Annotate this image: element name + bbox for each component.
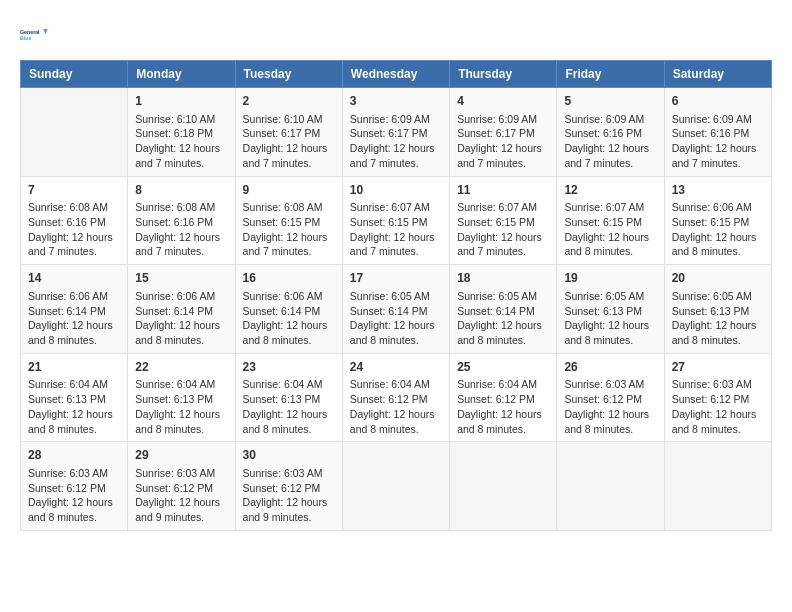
calendar-cell: 21Sunrise: 6:04 AM Sunset: 6:13 PM Dayli…: [21, 353, 128, 442]
calendar-cell: 11Sunrise: 6:07 AM Sunset: 6:15 PM Dayli…: [450, 176, 557, 265]
svg-marker-2: [43, 29, 48, 34]
day-number: 1: [135, 93, 227, 110]
calendar-cell: [557, 442, 664, 531]
day-number: 9: [243, 182, 335, 199]
day-info: Sunrise: 6:05 AM Sunset: 6:13 PM Dayligh…: [564, 289, 656, 348]
day-info: Sunrise: 6:09 AM Sunset: 6:17 PM Dayligh…: [350, 112, 442, 171]
col-header-tuesday: Tuesday: [235, 61, 342, 88]
day-number: 2: [243, 93, 335, 110]
day-number: 14: [28, 270, 120, 287]
day-info: Sunrise: 6:06 AM Sunset: 6:14 PM Dayligh…: [135, 289, 227, 348]
col-header-saturday: Saturday: [664, 61, 771, 88]
day-info: Sunrise: 6:08 AM Sunset: 6:16 PM Dayligh…: [135, 200, 227, 259]
calendar-cell: 19Sunrise: 6:05 AM Sunset: 6:13 PM Dayli…: [557, 265, 664, 354]
day-info: Sunrise: 6:07 AM Sunset: 6:15 PM Dayligh…: [457, 200, 549, 259]
calendar-cell: 29Sunrise: 6:03 AM Sunset: 6:12 PM Dayli…: [128, 442, 235, 531]
day-info: Sunrise: 6:06 AM Sunset: 6:14 PM Dayligh…: [243, 289, 335, 348]
week-row-1: 1Sunrise: 6:10 AM Sunset: 6:18 PM Daylig…: [21, 88, 772, 177]
calendar-cell: 18Sunrise: 6:05 AM Sunset: 6:14 PM Dayli…: [450, 265, 557, 354]
day-number: 21: [28, 359, 120, 376]
day-info: Sunrise: 6:04 AM Sunset: 6:13 PM Dayligh…: [28, 377, 120, 436]
day-number: 22: [135, 359, 227, 376]
header-row: SundayMondayTuesdayWednesdayThursdayFrid…: [21, 61, 772, 88]
day-number: 5: [564, 93, 656, 110]
day-number: 3: [350, 93, 442, 110]
calendar-cell: 22Sunrise: 6:04 AM Sunset: 6:13 PM Dayli…: [128, 353, 235, 442]
day-info: Sunrise: 6:04 AM Sunset: 6:12 PM Dayligh…: [350, 377, 442, 436]
day-info: Sunrise: 6:03 AM Sunset: 6:12 PM Dayligh…: [672, 377, 764, 436]
day-number: 30: [243, 447, 335, 464]
day-number: 24: [350, 359, 442, 376]
day-number: 26: [564, 359, 656, 376]
col-header-thursday: Thursday: [450, 61, 557, 88]
calendar-cell: 3Sunrise: 6:09 AM Sunset: 6:17 PM Daylig…: [342, 88, 449, 177]
day-number: 15: [135, 270, 227, 287]
calendar-cell: [450, 442, 557, 531]
calendar-cell: 2Sunrise: 6:10 AM Sunset: 6:17 PM Daylig…: [235, 88, 342, 177]
day-info: Sunrise: 6:04 AM Sunset: 6:13 PM Dayligh…: [243, 377, 335, 436]
calendar-cell: 24Sunrise: 6:04 AM Sunset: 6:12 PM Dayli…: [342, 353, 449, 442]
day-number: 18: [457, 270, 549, 287]
day-number: 7: [28, 182, 120, 199]
day-number: 16: [243, 270, 335, 287]
svg-text:Blue: Blue: [20, 35, 31, 41]
day-number: 23: [243, 359, 335, 376]
calendar-cell: 15Sunrise: 6:06 AM Sunset: 6:14 PM Dayli…: [128, 265, 235, 354]
day-number: 20: [672, 270, 764, 287]
calendar-cell: [21, 88, 128, 177]
day-info: Sunrise: 6:09 AM Sunset: 6:16 PM Dayligh…: [564, 112, 656, 171]
day-info: Sunrise: 6:10 AM Sunset: 6:17 PM Dayligh…: [243, 112, 335, 171]
day-info: Sunrise: 6:03 AM Sunset: 6:12 PM Dayligh…: [564, 377, 656, 436]
calendar-cell: 20Sunrise: 6:05 AM Sunset: 6:13 PM Dayli…: [664, 265, 771, 354]
day-number: 12: [564, 182, 656, 199]
logo: GeneralBlue: [20, 20, 50, 50]
calendar-cell: 5Sunrise: 6:09 AM Sunset: 6:16 PM Daylig…: [557, 88, 664, 177]
day-info: Sunrise: 6:04 AM Sunset: 6:12 PM Dayligh…: [457, 377, 549, 436]
week-row-5: 28Sunrise: 6:03 AM Sunset: 6:12 PM Dayli…: [21, 442, 772, 531]
day-info: Sunrise: 6:06 AM Sunset: 6:14 PM Dayligh…: [28, 289, 120, 348]
day-info: Sunrise: 6:05 AM Sunset: 6:14 PM Dayligh…: [457, 289, 549, 348]
svg-text:General: General: [20, 29, 40, 35]
calendar-cell: 23Sunrise: 6:04 AM Sunset: 6:13 PM Dayli…: [235, 353, 342, 442]
day-info: Sunrise: 6:03 AM Sunset: 6:12 PM Dayligh…: [28, 466, 120, 525]
day-info: Sunrise: 6:09 AM Sunset: 6:16 PM Dayligh…: [672, 112, 764, 171]
day-number: 28: [28, 447, 120, 464]
week-row-3: 14Sunrise: 6:06 AM Sunset: 6:14 PM Dayli…: [21, 265, 772, 354]
day-number: 8: [135, 182, 227, 199]
calendar-cell: 6Sunrise: 6:09 AM Sunset: 6:16 PM Daylig…: [664, 88, 771, 177]
calendar-cell: 13Sunrise: 6:06 AM Sunset: 6:15 PM Dayli…: [664, 176, 771, 265]
calendar-cell: 30Sunrise: 6:03 AM Sunset: 6:12 PM Dayli…: [235, 442, 342, 531]
calendar-body: 1Sunrise: 6:10 AM Sunset: 6:18 PM Daylig…: [21, 88, 772, 531]
day-info: Sunrise: 6:09 AM Sunset: 6:17 PM Dayligh…: [457, 112, 549, 171]
calendar-cell: 25Sunrise: 6:04 AM Sunset: 6:12 PM Dayli…: [450, 353, 557, 442]
calendar-cell: [342, 442, 449, 531]
calendar-cell: 8Sunrise: 6:08 AM Sunset: 6:16 PM Daylig…: [128, 176, 235, 265]
calendar-cell: 16Sunrise: 6:06 AM Sunset: 6:14 PM Dayli…: [235, 265, 342, 354]
calendar-header: SundayMondayTuesdayWednesdayThursdayFrid…: [21, 61, 772, 88]
day-info: Sunrise: 6:08 AM Sunset: 6:16 PM Dayligh…: [28, 200, 120, 259]
calendar-cell: 27Sunrise: 6:03 AM Sunset: 6:12 PM Dayli…: [664, 353, 771, 442]
day-info: Sunrise: 6:03 AM Sunset: 6:12 PM Dayligh…: [135, 466, 227, 525]
col-header-sunday: Sunday: [21, 61, 128, 88]
calendar-cell: 14Sunrise: 6:06 AM Sunset: 6:14 PM Dayli…: [21, 265, 128, 354]
day-number: 27: [672, 359, 764, 376]
day-info: Sunrise: 6:06 AM Sunset: 6:15 PM Dayligh…: [672, 200, 764, 259]
day-info: Sunrise: 6:10 AM Sunset: 6:18 PM Dayligh…: [135, 112, 227, 171]
day-info: Sunrise: 6:04 AM Sunset: 6:13 PM Dayligh…: [135, 377, 227, 436]
logo-icon: GeneralBlue: [20, 20, 50, 50]
calendar-cell: [664, 442, 771, 531]
day-number: 29: [135, 447, 227, 464]
day-number: 25: [457, 359, 549, 376]
day-info: Sunrise: 6:05 AM Sunset: 6:14 PM Dayligh…: [350, 289, 442, 348]
calendar-cell: 28Sunrise: 6:03 AM Sunset: 6:12 PM Dayli…: [21, 442, 128, 531]
day-number: 10: [350, 182, 442, 199]
calendar-cell: 4Sunrise: 6:09 AM Sunset: 6:17 PM Daylig…: [450, 88, 557, 177]
day-info: Sunrise: 6:07 AM Sunset: 6:15 PM Dayligh…: [564, 200, 656, 259]
day-number: 4: [457, 93, 549, 110]
day-number: 11: [457, 182, 549, 199]
day-info: Sunrise: 6:05 AM Sunset: 6:13 PM Dayligh…: [672, 289, 764, 348]
day-info: Sunrise: 6:03 AM Sunset: 6:12 PM Dayligh…: [243, 466, 335, 525]
day-info: Sunrise: 6:08 AM Sunset: 6:15 PM Dayligh…: [243, 200, 335, 259]
calendar-cell: 26Sunrise: 6:03 AM Sunset: 6:12 PM Dayli…: [557, 353, 664, 442]
page-header: GeneralBlue: [20, 20, 772, 50]
